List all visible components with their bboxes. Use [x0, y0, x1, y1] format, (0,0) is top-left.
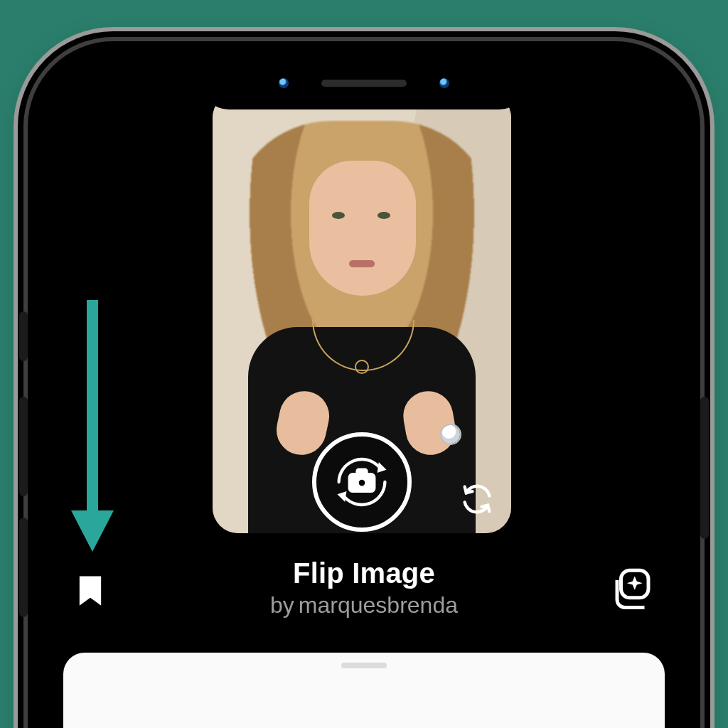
preview-pendant	[355, 360, 369, 374]
camera-rotate-icon	[312, 432, 412, 532]
sensor-dot	[279, 78, 289, 88]
rotate-icon[interactable]	[459, 481, 496, 518]
effect-preview[interactable]	[213, 92, 511, 533]
sparkle-stack-icon	[609, 564, 656, 611]
svg-marker-0	[378, 462, 387, 473]
notch	[200, 63, 528, 109]
svg-rect-6	[87, 300, 98, 513]
volume-up-button	[19, 397, 28, 496]
preview-mouth	[349, 260, 375, 267]
effect-author-line[interactable]: bymarquesbrenda	[49, 592, 679, 619]
svg-marker-7	[71, 510, 114, 552]
power-button	[700, 397, 709, 539]
mute-switch	[19, 311, 28, 361]
save-effect-button[interactable]	[72, 572, 109, 609]
effect-title: Flip Image	[49, 557, 679, 589]
svg-marker-1	[337, 491, 346, 502]
sheet-grabber[interactable]	[341, 663, 387, 668]
preview-ring	[441, 425, 460, 444]
volume-down-button	[19, 518, 28, 617]
preview-eye	[378, 212, 390, 219]
speaker-grille	[321, 80, 407, 87]
phone-frame: Flip Image bymarquesbrenda	[28, 41, 700, 728]
effect-tray[interactable]	[63, 653, 665, 728]
browse-effects-button[interactable]	[609, 564, 656, 611]
arrow-down-icon	[71, 300, 114, 552]
effect-meta: Flip Image bymarquesbrenda	[49, 557, 679, 619]
annotation-arrow	[71, 300, 114, 552]
effect-author: marquesbrenda	[299, 592, 458, 618]
phone-screen: Flip Image bymarquesbrenda	[49, 63, 679, 728]
preview-face	[309, 161, 416, 296]
preview-eye	[332, 212, 345, 219]
bookmark-icon	[72, 572, 109, 609]
sensor-dot	[439, 78, 449, 88]
by-label: by	[270, 592, 294, 618]
svg-rect-3	[358, 470, 367, 476]
svg-point-4	[358, 478, 367, 488]
